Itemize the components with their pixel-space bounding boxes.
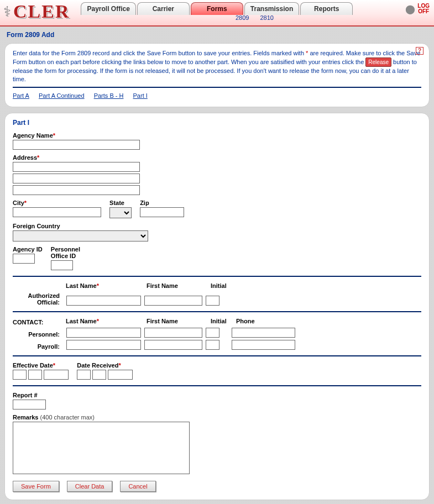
page-title: Form 2809 Add [0,27,434,41]
label-city: City* [13,200,101,206]
row-remarks: Remarks (400 character max) [13,414,421,475]
label-agency-id: Agency ID [13,246,43,253]
label-effective-date: Effective Date* [13,362,69,369]
label-date-received-text: Date Received [77,362,118,369]
link-part-a-continued[interactable]: Part A Continued [39,92,85,99]
input-zip[interactable] [140,207,184,217]
input-personnel-last[interactable] [66,328,141,338]
row-foreign-country: Foreign Country [13,223,421,242]
label-address-text: Address [13,154,37,161]
label-ao-first: First Name [147,282,207,289]
row-address: Address* [13,154,421,195]
row-report-num: Report # [13,392,421,410]
input-address-3[interactable] [13,185,140,195]
separator-3 [13,355,421,356]
input-ao-last[interactable] [66,296,141,306]
input-personnel-office-id[interactable] [51,260,73,270]
input-rcv-y[interactable] [108,370,133,380]
caduceus-icon: ⚕ [3,3,11,20]
label-agency-name-text: Agency Name [13,132,53,139]
tab-transmission[interactable]: Transmission [244,2,299,15]
sub-tabs: 2809 2810 [236,14,274,21]
label-remarks: Remarks (400 character max) [13,414,421,421]
input-ao-initial[interactable] [206,296,219,306]
logo-text: CLER [13,1,70,22]
logoff-button[interactable]: ⬤ LOGOFF [405,3,430,14]
link-part-i[interactable]: Part I [133,92,148,99]
main-tabs: Payroll Office Carrier Forms Transmissio… [81,2,354,15]
tab-carrier[interactable]: Carrier [137,2,190,15]
instr-seg-1: Enter data for the Form 2809 record and … [13,50,306,56]
select-foreign-country[interactable] [13,230,148,242]
instructions-text: Enter data for the Form 2809 record and … [13,49,421,83]
label-c-last: Last Name* [66,318,143,324]
label-agency-name: Agency Name* [13,132,421,139]
tab-payroll-office[interactable]: Payroll Office [81,2,135,15]
tab-reports[interactable]: Reports [300,2,353,15]
logoff-label: LOGOFF [417,3,430,14]
label-ao-last: Last Name* [66,282,143,289]
section-title: Part I [13,119,421,127]
subtab-2809[interactable]: 2809 [236,14,249,21]
subtab-2810[interactable]: 2810 [260,14,273,21]
save-form-button[interactable]: Save Form [13,481,59,492]
label-personnel: Personnel: [13,331,60,338]
textarea-remarks[interactable] [13,422,190,474]
cancel-button[interactable]: Cancel [120,481,155,492]
input-report-num[interactable] [13,400,46,410]
input-agency-name[interactable] [13,140,140,150]
row-agency-name: Agency Name* [13,132,421,150]
label-remarks-note: (400 character max) [40,414,95,421]
release-chip: Release [365,57,391,67]
label-ao-initial: Initial [211,282,233,289]
row-city-state-zip: City* State Zip [13,200,421,218]
input-address-2[interactable] [13,174,140,183]
input-personnel-first[interactable] [144,328,202,338]
button-row: Save Form Clear Data Cancel [13,481,421,492]
label-c-initial: Initial [211,318,233,324]
label-c-first: First Name [147,318,207,324]
label-foreign-country: Foreign Country [13,223,421,229]
input-rcv-m[interactable] [77,370,91,380]
select-state[interactable] [109,207,132,218]
separator-4 [13,385,421,386]
label-zip: Zip [140,200,184,206]
input-payroll-last[interactable] [66,340,141,350]
logoff-icon: ⬤ [405,4,415,14]
label-report-num: Report # [13,392,421,398]
contact-block: CONTACT: Last Name* First Name Initial P… [13,318,421,350]
input-eff-m[interactable] [13,370,27,380]
divider [13,87,421,88]
input-eff-d[interactable] [28,370,42,380]
input-address-1[interactable] [13,162,140,172]
tab-forms[interactable]: Forms [191,2,243,15]
label-date-received: Date Received* [77,362,133,369]
input-ao-first[interactable] [144,296,202,306]
top-bar: ⚕ CLER Payroll Office Carrier Forms Tran… [0,0,434,27]
label-contact: CONTACT: [13,319,62,326]
link-part-a[interactable]: Part A [13,92,29,99]
link-parts-b-h[interactable]: Parts B - H [94,92,124,99]
instructions-panel: ? Enter data for the Form 2809 record an… [4,43,430,107]
label-payroll: Payroll: [13,343,60,350]
input-payroll-initial[interactable] [206,340,219,350]
input-payroll-phone[interactable] [232,340,295,350]
row-agency-personnel-id: Agency ID Personnel Office ID [13,246,421,270]
label-effective-date-text: Effective Date [13,362,53,369]
label-address: Address* [13,154,421,161]
input-personnel-phone[interactable] [232,328,295,338]
label-personnel-office-id: Personnel Office ID [51,246,84,259]
input-eff-y[interactable] [44,370,69,380]
clear-data-button[interactable]: Clear Data [67,481,113,492]
input-city[interactable] [13,207,101,217]
input-agency-id[interactable] [13,254,35,264]
logo-area: ⚕ CLER [3,1,70,22]
label-c-last-text: Last Name [66,318,97,324]
label-state: State [109,200,132,206]
separator-1 [13,276,421,277]
input-payroll-first[interactable] [144,340,202,350]
input-rcv-d[interactable] [92,370,106,380]
help-icon[interactable]: ? [416,47,423,55]
label-ao-last-text: Last Name [66,282,97,289]
input-personnel-initial[interactable] [206,328,219,338]
